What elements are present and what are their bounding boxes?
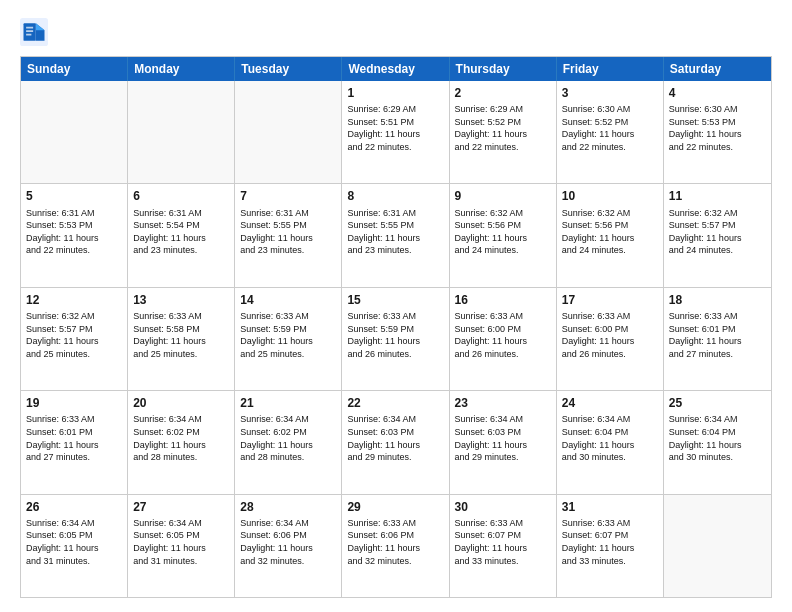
- cal-cell: 3Sunrise: 6:30 AMSunset: 5:52 PMDaylight…: [557, 81, 664, 183]
- calendar: SundayMondayTuesdayWednesdayThursdayFrid…: [20, 56, 772, 598]
- day-info: Sunrise: 6:29 AMSunset: 5:51 PMDaylight:…: [347, 103, 443, 153]
- cal-cell: 13Sunrise: 6:33 AMSunset: 5:58 PMDayligh…: [128, 288, 235, 390]
- day-number: 27: [133, 499, 229, 515]
- day-info: Sunrise: 6:29 AMSunset: 5:52 PMDaylight:…: [455, 103, 551, 153]
- day-info: Sunrise: 6:33 AMSunset: 6:01 PMDaylight:…: [26, 413, 122, 463]
- day-info: Sunrise: 6:32 AMSunset: 5:56 PMDaylight:…: [562, 207, 658, 257]
- cal-cell: [21, 81, 128, 183]
- day-number: 21: [240, 395, 336, 411]
- day-number: 16: [455, 292, 551, 308]
- cal-cell: 22Sunrise: 6:34 AMSunset: 6:03 PMDayligh…: [342, 391, 449, 493]
- day-number: 2: [455, 85, 551, 101]
- cal-cell: 4Sunrise: 6:30 AMSunset: 5:53 PMDaylight…: [664, 81, 771, 183]
- day-number: 26: [26, 499, 122, 515]
- cal-cell: 2Sunrise: 6:29 AMSunset: 5:52 PMDaylight…: [450, 81, 557, 183]
- cal-cell: 19Sunrise: 6:33 AMSunset: 6:01 PMDayligh…: [21, 391, 128, 493]
- day-info: Sunrise: 6:30 AMSunset: 5:53 PMDaylight:…: [669, 103, 766, 153]
- cal-week-4: 19Sunrise: 6:33 AMSunset: 6:01 PMDayligh…: [21, 391, 771, 494]
- svg-rect-6: [26, 34, 31, 36]
- cal-header-thursday: Thursday: [450, 57, 557, 81]
- day-number: 13: [133, 292, 229, 308]
- cal-cell: 29Sunrise: 6:33 AMSunset: 6:06 PMDayligh…: [342, 495, 449, 597]
- day-number: 20: [133, 395, 229, 411]
- logo-icon: [20, 18, 48, 46]
- day-info: Sunrise: 6:33 AMSunset: 6:00 PMDaylight:…: [562, 310, 658, 360]
- day-info: Sunrise: 6:31 AMSunset: 5:55 PMDaylight:…: [347, 207, 443, 257]
- cal-cell: 17Sunrise: 6:33 AMSunset: 6:00 PMDayligh…: [557, 288, 664, 390]
- cal-header-saturday: Saturday: [664, 57, 771, 81]
- day-info: Sunrise: 6:32 AMSunset: 5:56 PMDaylight:…: [455, 207, 551, 257]
- calendar-body: 1Sunrise: 6:29 AMSunset: 5:51 PMDaylight…: [21, 81, 771, 597]
- logo: [20, 18, 54, 46]
- cal-cell: 15Sunrise: 6:33 AMSunset: 5:59 PMDayligh…: [342, 288, 449, 390]
- day-number: 9: [455, 188, 551, 204]
- day-info: Sunrise: 6:34 AMSunset: 6:02 PMDaylight:…: [133, 413, 229, 463]
- cal-week-1: 1Sunrise: 6:29 AMSunset: 5:51 PMDaylight…: [21, 81, 771, 184]
- cal-cell: 20Sunrise: 6:34 AMSunset: 6:02 PMDayligh…: [128, 391, 235, 493]
- cal-header-friday: Friday: [557, 57, 664, 81]
- day-info: Sunrise: 6:33 AMSunset: 5:59 PMDaylight:…: [347, 310, 443, 360]
- day-info: Sunrise: 6:33 AMSunset: 6:07 PMDaylight:…: [455, 517, 551, 567]
- svg-rect-4: [26, 27, 33, 29]
- day-number: 30: [455, 499, 551, 515]
- day-number: 12: [26, 292, 122, 308]
- day-number: 5: [26, 188, 122, 204]
- cal-cell: 9Sunrise: 6:32 AMSunset: 5:56 PMDaylight…: [450, 184, 557, 286]
- day-number: 14: [240, 292, 336, 308]
- day-number: 31: [562, 499, 658, 515]
- cal-cell: [664, 495, 771, 597]
- cal-cell: 23Sunrise: 6:34 AMSunset: 6:03 PMDayligh…: [450, 391, 557, 493]
- cal-cell: 6Sunrise: 6:31 AMSunset: 5:54 PMDaylight…: [128, 184, 235, 286]
- day-number: 7: [240, 188, 336, 204]
- cal-week-5: 26Sunrise: 6:34 AMSunset: 6:05 PMDayligh…: [21, 495, 771, 597]
- cal-cell: 26Sunrise: 6:34 AMSunset: 6:05 PMDayligh…: [21, 495, 128, 597]
- day-number: 17: [562, 292, 658, 308]
- cal-cell: 31Sunrise: 6:33 AMSunset: 6:07 PMDayligh…: [557, 495, 664, 597]
- day-info: Sunrise: 6:34 AMSunset: 6:03 PMDaylight:…: [455, 413, 551, 463]
- cal-header-wednesday: Wednesday: [342, 57, 449, 81]
- day-info: Sunrise: 6:30 AMSunset: 5:52 PMDaylight:…: [562, 103, 658, 153]
- day-number: 3: [562, 85, 658, 101]
- cal-cell: 10Sunrise: 6:32 AMSunset: 5:56 PMDayligh…: [557, 184, 664, 286]
- cal-week-3: 12Sunrise: 6:32 AMSunset: 5:57 PMDayligh…: [21, 288, 771, 391]
- cal-cell: 14Sunrise: 6:33 AMSunset: 5:59 PMDayligh…: [235, 288, 342, 390]
- day-info: Sunrise: 6:33 AMSunset: 5:59 PMDaylight:…: [240, 310, 336, 360]
- day-number: 24: [562, 395, 658, 411]
- page: SundayMondayTuesdayWednesdayThursdayFrid…: [0, 0, 792, 612]
- day-info: Sunrise: 6:31 AMSunset: 5:53 PMDaylight:…: [26, 207, 122, 257]
- cal-cell: 11Sunrise: 6:32 AMSunset: 5:57 PMDayligh…: [664, 184, 771, 286]
- day-info: Sunrise: 6:34 AMSunset: 6:03 PMDaylight:…: [347, 413, 443, 463]
- day-info: Sunrise: 6:34 AMSunset: 6:05 PMDaylight:…: [26, 517, 122, 567]
- day-info: Sunrise: 6:34 AMSunset: 6:06 PMDaylight:…: [240, 517, 336, 567]
- cal-cell: 7Sunrise: 6:31 AMSunset: 5:55 PMDaylight…: [235, 184, 342, 286]
- day-info: Sunrise: 6:33 AMSunset: 6:07 PMDaylight:…: [562, 517, 658, 567]
- cal-cell: [128, 81, 235, 183]
- calendar-header: SundayMondayTuesdayWednesdayThursdayFrid…: [21, 57, 771, 81]
- cal-cell: [235, 81, 342, 183]
- cal-week-2: 5Sunrise: 6:31 AMSunset: 5:53 PMDaylight…: [21, 184, 771, 287]
- day-number: 29: [347, 499, 443, 515]
- cal-cell: 16Sunrise: 6:33 AMSunset: 6:00 PMDayligh…: [450, 288, 557, 390]
- day-info: Sunrise: 6:34 AMSunset: 6:04 PMDaylight:…: [669, 413, 766, 463]
- day-number: 4: [669, 85, 766, 101]
- cal-cell: 18Sunrise: 6:33 AMSunset: 6:01 PMDayligh…: [664, 288, 771, 390]
- day-number: 23: [455, 395, 551, 411]
- day-number: 28: [240, 499, 336, 515]
- cal-cell: 24Sunrise: 6:34 AMSunset: 6:04 PMDayligh…: [557, 391, 664, 493]
- day-info: Sunrise: 6:32 AMSunset: 5:57 PMDaylight:…: [26, 310, 122, 360]
- day-info: Sunrise: 6:33 AMSunset: 5:58 PMDaylight:…: [133, 310, 229, 360]
- day-number: 10: [562, 188, 658, 204]
- day-info: Sunrise: 6:32 AMSunset: 5:57 PMDaylight:…: [669, 207, 766, 257]
- cal-header-tuesday: Tuesday: [235, 57, 342, 81]
- day-number: 19: [26, 395, 122, 411]
- day-info: Sunrise: 6:33 AMSunset: 6:00 PMDaylight:…: [455, 310, 551, 360]
- day-number: 15: [347, 292, 443, 308]
- cal-cell: 12Sunrise: 6:32 AMSunset: 5:57 PMDayligh…: [21, 288, 128, 390]
- day-number: 6: [133, 188, 229, 204]
- day-info: Sunrise: 6:34 AMSunset: 6:02 PMDaylight:…: [240, 413, 336, 463]
- day-number: 1: [347, 85, 443, 101]
- day-info: Sunrise: 6:31 AMSunset: 5:54 PMDaylight:…: [133, 207, 229, 257]
- day-number: 18: [669, 292, 766, 308]
- cal-cell: 8Sunrise: 6:31 AMSunset: 5:55 PMDaylight…: [342, 184, 449, 286]
- header: [20, 18, 772, 46]
